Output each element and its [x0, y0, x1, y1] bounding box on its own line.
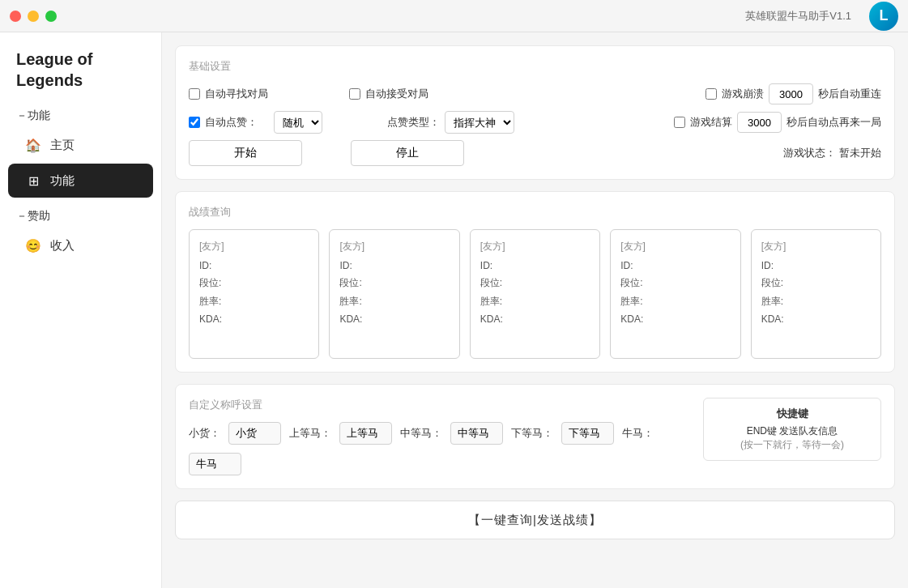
card4-kda: KDA: [761, 313, 871, 325]
settings-row-1: 自动寻找对局 自动接受对局 游戏崩溃 秒后自动重连 [189, 83, 881, 104]
auto-find-match-label: 自动寻找对局 [205, 87, 268, 101]
card2-team: [友方] [480, 240, 590, 254]
custom-name-section: 自定义称呼设置 小货： 上等马： 中等马： 下等马： 牛马： 快捷键 END键 … [175, 384, 895, 489]
close-button[interactable] [10, 11, 21, 22]
field3-label: 下等马： [511, 426, 553, 441]
card3-win: 胜率: [620, 295, 730, 309]
game-end-checkbox[interactable]: 游戏结算 [674, 115, 732, 130]
logo-circle: L [869, 2, 898, 31]
basic-settings-title: 基础设置 [189, 59, 881, 74]
stop-button[interactable]: 停止 [351, 140, 464, 166]
field2-label: 中等马： [400, 426, 442, 441]
window-controls[interactable] [10, 11, 57, 22]
perf-card-0: [友方] ID: 段位: 胜率: KDA: [189, 229, 319, 359]
custom-shortcut-row: 自定义称呼设置 小货： 上等马： 中等马： 下等马： 牛马： 快捷键 END键 … [189, 398, 881, 475]
card0-win: 胜率: [199, 295, 309, 309]
sidebar-function-label: 功能 [50, 173, 75, 189]
card3-team: [友方] [620, 240, 730, 254]
sidebar: League of Legends －功能 🏠 主页 ⊞ 功能 －赞助 😊 收入 [0, 0, 162, 588]
card0-rank: 段位: [199, 276, 309, 290]
card1-id: ID: [339, 260, 449, 271]
card1-rank: 段位: [339, 276, 449, 290]
custom-settings-area: 自定义称呼设置 小货： 上等马： 中等马： 下等马： 牛马： [189, 398, 690, 475]
game-end-suffix: 秒后自动点再来一局 [787, 115, 881, 130]
card2-win: 胜率: [480, 295, 590, 309]
field0-label: 小货： [189, 426, 220, 441]
game-crash-label: 游戏崩溃 [722, 87, 764, 101]
auto-like-input[interactable] [189, 117, 200, 128]
sidebar-income-label: 收入 [50, 238, 75, 254]
shortcut-box: 快捷键 END键 发送队友信息 (按一下就行，等待一会) [703, 398, 881, 461]
auto-accept-match-label: 自动接受对局 [365, 87, 428, 101]
perf-card-4: [友方] ID: 段位: 胜率: KDA: [751, 229, 881, 359]
game-end-input[interactable] [674, 117, 685, 128]
field1-label: 上等马： [289, 426, 331, 441]
app-name: League of Legends [0, 32, 161, 99]
perf-card-2: [友方] ID: 段位: 胜率: KDA: [470, 229, 600, 359]
function-icon: ⊞ [24, 172, 42, 190]
card4-rank: 段位: [761, 276, 871, 290]
perf-card-3: [友方] ID: 段位: 胜率: KDA: [610, 229, 740, 359]
auto-find-match-input[interactable] [189, 88, 200, 100]
field0-input[interactable] [228, 422, 281, 445]
card3-rank: 段位: [620, 276, 730, 290]
card1-win: 胜率: [339, 295, 449, 309]
shortcut-main: END键 发送队友信息 [717, 424, 868, 438]
query-section: 【一键查询|发送战绩】 [175, 501, 895, 539]
sidebar-home-label: 主页 [50, 138, 75, 153]
card0-team: [友方] [199, 240, 309, 254]
card3-id: ID: [620, 260, 730, 271]
settings-row-2: 自动点赞： 随机 指定 不点 点赞类型： 指挥大神 友善玩家 团队合作 游戏结算 [189, 111, 881, 134]
custom-name-row: 小货： 上等马： 中等马： 下等马： 牛马： [189, 422, 690, 475]
card0-id: ID: [199, 260, 309, 271]
card4-id: ID: [761, 260, 871, 271]
card3-kda: KDA: [620, 313, 730, 325]
auto-find-match-checkbox[interactable]: 自动寻找对局 [189, 87, 268, 101]
custom-name-title: 自定义称呼设置 [189, 398, 690, 412]
field3-input[interactable] [561, 422, 614, 445]
app-title: 英雄联盟牛马助手V1.1 [745, 9, 851, 23]
card2-rank: 段位: [480, 276, 590, 290]
start-button[interactable]: 开始 [189, 140, 302, 166]
auto-like-select[interactable]: 随机 指定 不点 [274, 111, 322, 134]
performance-section: 战绩查询 [友方] ID: 段位: 胜率: KDA: [友方] ID: [175, 191, 895, 373]
game-crash-checkbox[interactable]: 游戏崩溃 [706, 87, 764, 101]
app-logo: L [868, 0, 900, 32]
settings-row-3: 开始 停止 游戏状态： 暂未开始 [189, 140, 881, 166]
sidebar-item-income[interactable]: 😊 收入 [8, 228, 153, 262]
auto-like-checkbox[interactable]: 自动点赞： [189, 115, 258, 130]
game-crash-suffix: 秒后自动重连 [818, 87, 881, 101]
main-content: 基础设置 自动寻找对局 自动接受对局 游戏崩溃 秒后自动重连 [162, 32, 908, 588]
sidebar-section-function: －功能 [0, 99, 161, 126]
income-icon: 😊 [24, 236, 42, 254]
field2-input[interactable] [450, 422, 503, 445]
game-crash-input[interactable] [706, 88, 717, 100]
maximize-button[interactable] [45, 11, 57, 22]
game-end-value[interactable] [737, 112, 782, 133]
card2-id: ID: [480, 260, 590, 271]
card2-kda: KDA: [480, 313, 590, 325]
game-status-label: 游戏状态： [783, 147, 836, 159]
sidebar-item-home[interactable]: 🏠 主页 [8, 128, 153, 162]
auto-accept-match-input[interactable] [349, 88, 360, 100]
like-type-select[interactable]: 指挥大神 友善玩家 团队合作 [445, 111, 514, 134]
performance-title: 战绩查询 [189, 205, 881, 219]
shortcut-title: 快捷键 [717, 407, 868, 421]
titlebar: 英雄联盟牛马助手V1.1 L [0, 0, 908, 32]
card1-team: [友方] [339, 240, 449, 254]
game-status-value: 暂未开始 [839, 147, 881, 159]
auto-accept-match-checkbox[interactable]: 自动接受对局 [349, 87, 428, 101]
card4-win: 胜率: [761, 295, 871, 309]
game-crash-value[interactable] [769, 83, 813, 104]
game-status: 游戏状态： 暂未开始 [783, 146, 881, 160]
sidebar-section-sponsor: －赞助 [0, 199, 161, 227]
field1-input[interactable] [339, 422, 392, 445]
sidebar-item-function[interactable]: ⊞ 功能 [8, 164, 153, 198]
query-button[interactable]: 【一键查询|发送战绩】 [175, 501, 895, 539]
field4-label: 牛马： [622, 426, 654, 441]
basic-settings-section: 基础设置 自动寻找对局 自动接受对局 游戏崩溃 秒后自动重连 [175, 45, 895, 180]
card1-kda: KDA: [339, 313, 449, 325]
minimize-button[interactable] [28, 11, 39, 22]
field4-input[interactable] [189, 453, 241, 475]
shortcut-sub: (按一下就行，等待一会) [717, 438, 868, 452]
